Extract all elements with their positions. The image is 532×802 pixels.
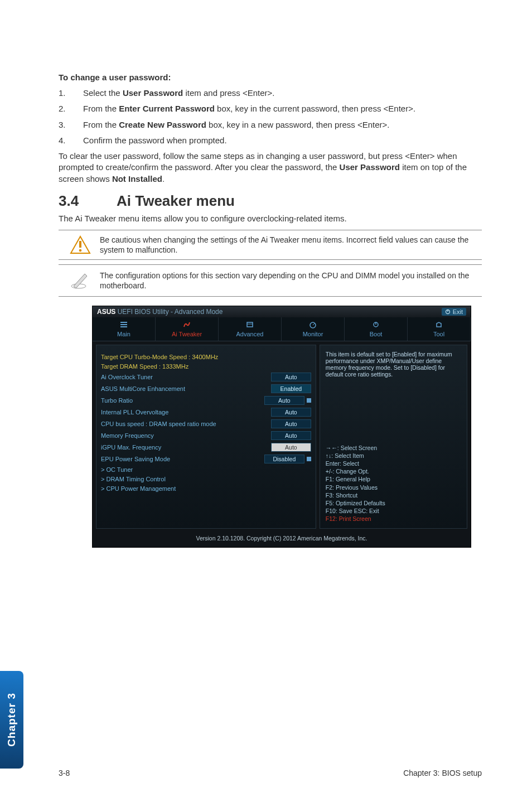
bios-setting-row[interactable]: Target CPU Turbo-Mode Speed : 3400MHz (101, 354, 311, 360)
steps-list: 1.Select the User Password item and pres… (59, 88, 482, 146)
bios-help-key-line: Enter: Select (326, 460, 461, 467)
section-description: The Ai Tweaker menu items allow you to c… (59, 213, 482, 224)
clear-password-text: To clear the user password, follow the s… (59, 151, 482, 185)
section-heading: 3.4 Ai Tweaker menu (59, 192, 482, 210)
svg-rect-6 (120, 322, 127, 323)
bios-help-key-line: F2: Previous Values (326, 484, 461, 491)
bios-setting-row[interactable]: > OC Tuner (101, 466, 311, 473)
section-number: 3.4 (59, 192, 117, 210)
bios-tab-monitor[interactable]: Monitor (282, 317, 345, 341)
step-item: 3.From the Create New Password box, key … (59, 119, 482, 131)
bios-tab-ai-tweaker[interactable]: Ai Tweaker (156, 317, 219, 341)
bios-field-value[interactable]: Auto (271, 443, 311, 452)
bios-field-value[interactable]: Enabled (271, 384, 311, 393)
bios-setting-row[interactable]: iGPU Max. FrequencyAuto (101, 443, 311, 452)
svg-rect-8 (120, 326, 127, 327)
caution-icon (61, 235, 100, 254)
bios-setting-row[interactable]: Memory FrequencyAuto (101, 431, 311, 440)
bios-field-value[interactable]: Auto (264, 396, 304, 405)
caution-note: Be cautious when changing the settings o… (59, 230, 482, 260)
bios-tab-advanced[interactable]: Advanced (219, 317, 282, 341)
svg-point-2 (79, 249, 82, 252)
bios-help-key-line: F1: General Help (326, 475, 461, 483)
page-footer: 3-8 Chapter 3: BIOS setup (59, 769, 482, 777)
scroll-indicator (307, 398, 311, 403)
tab-icon (346, 321, 406, 330)
bios-help-key-line: F10: Save ESC: Exit (326, 507, 461, 515)
bios-field-value[interactable]: Auto (271, 431, 311, 440)
tab-icon (409, 321, 469, 330)
bios-help-keys: →←: Select Screen↑↓: Select ItemEnter: S… (326, 444, 461, 523)
step-item: 1.Select the User Password item and pres… (59, 88, 482, 99)
bios-titlebar: ASUS UEFI BIOS Utility - Advanced Mode E… (93, 306, 471, 317)
svg-rect-1 (79, 241, 81, 248)
svg-rect-7 (120, 324, 127, 325)
bios-help-key-line: F5: Optimized Defaults (326, 499, 461, 507)
bios-setting-row[interactable]: Turbo RatioAuto (101, 396, 311, 405)
bios-version-footer: Version 2.10.1208. Copyright (C) 2012 Am… (93, 532, 471, 547)
bios-field-value[interactable]: Auto (271, 373, 311, 381)
bios-tabs: MainAi TweakerAdvancedMonitorBootTool (93, 317, 471, 341)
page-number: 3-8 (59, 769, 70, 777)
scroll-indicator (307, 457, 311, 461)
bios-help-top: This item is default set to [Enabled] fo… (326, 351, 461, 378)
step-item: 2.From the Enter Current Password box, k… (59, 103, 482, 114)
info-note: The configuration options for this secti… (59, 264, 482, 297)
tab-icon (283, 321, 343, 330)
bios-setting-row[interactable]: > CPU Power Management (101, 485, 311, 492)
info-text: The configuration options for this secti… (100, 270, 480, 291)
bios-help-key-line: F3: Shortcut (326, 491, 461, 499)
bios-setting-row[interactable]: Internal PLL OvervoltageAuto (101, 408, 311, 417)
bios-setting-row[interactable]: CPU bus speed : DRAM speed ratio modeAut… (101, 419, 311, 428)
tab-icon (220, 321, 280, 330)
pencil-icon (61, 269, 100, 292)
svg-rect-9 (247, 322, 253, 327)
bios-brand: ASUS (97, 308, 115, 316)
bios-help-key-line: →←: Select Screen (326, 444, 461, 452)
section-title: Ai Tweaker menu (117, 192, 235, 210)
caution-text: Be cautious when changing the settings o… (100, 235, 480, 255)
step-item: 4.Confirm the password when prompted. (59, 135, 482, 146)
tab-icon (157, 321, 217, 330)
bios-settings-panel: Target CPU Turbo-Mode Speed : 3400MHzTar… (96, 345, 316, 529)
bios-setting-row[interactable]: ASUS MultiCore EnhancementEnabled (101, 384, 311, 393)
bios-tab-main[interactable]: Main (93, 317, 156, 341)
bios-help-key-line: +/-: Change Opt. (326, 467, 461, 475)
bios-field-value[interactable]: Auto (271, 408, 311, 417)
bios-field-value[interactable]: Auto (271, 419, 311, 428)
intro-heading: To change a user password: (59, 73, 482, 82)
tab-icon (94, 321, 154, 330)
svg-line-12 (313, 323, 315, 325)
bios-exit-button[interactable]: Exit (442, 308, 466, 316)
bios-tab-tool[interactable]: Tool (408, 317, 471, 341)
bios-setting-row[interactable]: > DRAM Timing Control (101, 476, 311, 482)
bios-help-key-line: ↑↓: Select Item (326, 452, 461, 460)
bios-field-value[interactable]: Disabled (264, 455, 304, 463)
chapter-side-tab: Chapter 3 (0, 671, 23, 769)
bios-help-key-line: F12: Print Screen (326, 515, 461, 523)
bios-setting-row[interactable]: Ai Overclock TunerAuto (101, 373, 311, 381)
bios-setting-row[interactable]: Target DRAM Speed : 1333MHz (101, 363, 311, 370)
bios-setting-row[interactable]: EPU Power Saving ModeDisabled (101, 455, 311, 463)
bios-screenshot: ASUS UEFI BIOS Utility - Advanced Mode E… (92, 306, 471, 548)
bios-help-panel: This item is default set to [Enabled] fo… (320, 345, 467, 529)
bios-tab-boot[interactable]: Boot (345, 317, 408, 341)
chapter-label: Chapter 3: BIOS setup (403, 769, 482, 777)
bios-title-text: UEFI BIOS Utility - Advanced Mode (118, 308, 223, 316)
power-icon (445, 309, 451, 315)
